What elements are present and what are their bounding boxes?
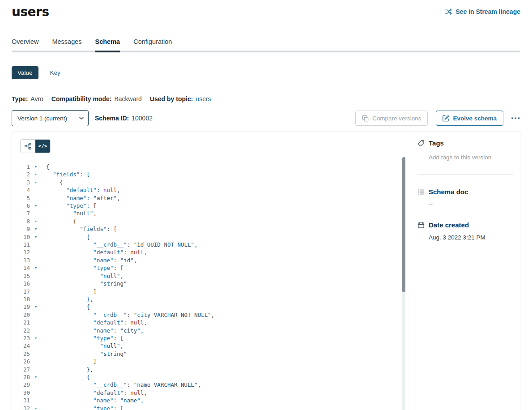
code-line: 19▾ { [12,303,410,311]
fold-spacer [30,389,42,397]
fold-toggle-icon[interactable]: ▾ [30,179,42,186]
code-line: 15 "null", [12,272,410,280]
meta-topic: Used by topic: users [150,95,211,102]
fold-toggle-icon[interactable]: ▾ [30,225,42,233]
fold-toggle-icon[interactable]: ▾ [30,334,42,342]
tab-messages[interactable]: Messages [52,38,81,51]
fold-spacer [30,295,42,303]
code-view-icon: </> [38,143,47,149]
code-line: 13 "name": "id", [12,256,410,264]
line-number: 32 [12,405,30,410]
topic-link[interactable]: users [196,95,211,102]
code-line: 10▾ { [12,233,410,241]
fold-spacer [30,248,42,256]
scrollbar-thumb[interactable] [402,157,405,292]
code-line: 11 "__crdb__": "id UUID NOT NULL", [12,241,410,248]
page-title: users [12,4,49,19]
fold-toggle-icon[interactable]: ▾ [30,373,42,381]
fold-toggle-icon[interactable]: ▾ [30,171,42,178]
code-text: ] [42,358,97,365]
stream-lineage-icon [445,8,452,15]
add-tags-input[interactable] [429,154,514,164]
line-number: 25 [12,350,30,358]
compare-versions-button[interactable]: Compare versions [355,111,428,126]
code-view-button[interactable]: </> [35,140,50,153]
code-line: 6▾ "type": [ [12,202,410,209]
sidebar-divider [417,174,513,175]
key-toggle-button[interactable]: Key [50,69,60,76]
compare-icon [362,115,369,122]
line-number: 28 [12,373,30,381]
topbar: users See in Stream lineage [12,0,520,19]
code-line: 27 }, [12,366,410,373]
version-select-value: Version 1 (current) [17,115,67,122]
code-line: 32▾ "type": [ [12,405,410,410]
evolve-schema-button[interactable]: Evolve schema [436,111,503,126]
code-line: 24 "null", [12,342,410,350]
stream-lineage-label: See in Stream lineage [455,8,520,15]
code-text: { [42,373,90,381]
fold-toggle-icon[interactable]: ▾ [30,264,42,272]
scrollbar-track[interactable] [402,157,405,410]
schema-page: users See in Stream lineage Overview Mes… [0,0,532,410]
chevron-down-icon [79,117,84,120]
code-line: 8▾ { [12,218,410,225]
line-number: 21 [12,319,30,326]
schema-id-label: Schema ID: [95,115,129,122]
fold-toggle-icon[interactable]: ▾ [30,218,42,225]
version-bar: Version 1 (current) Schema ID: 100002 Co… [12,110,520,126]
code-line: 5 "name": "after", [12,194,410,202]
code-line: 12 "default": null, [12,248,410,256]
code-text: "null", [42,272,123,280]
code-text: "string" [42,350,127,358]
code-line: 9▾ "fields": [ [12,225,410,233]
fold-toggle-icon[interactable]: ▾ [30,163,42,171]
schema-content-panel: </> 1▾{2▾ "fields": [3▾ {4 "default": nu… [12,132,520,410]
tags-section-header: Tags [417,139,513,147]
code-line: 3▾ { [12,179,410,186]
fold-toggle-icon[interactable]: ▾ [30,303,42,311]
line-number: 4 [12,186,30,194]
code-line: 17 ] [12,288,410,295]
code-text: ] [42,288,97,295]
line-number: 18 [12,295,30,303]
fold-spacer [30,311,42,319]
line-number: 27 [12,366,30,373]
code-text: "name": "city", [42,327,144,334]
code-text: "string" [42,280,127,287]
line-number: 26 [12,358,30,365]
schema-doc-value: -- [429,201,513,208]
value-toggle-button[interactable]: Value [12,66,38,79]
line-number: 30 [12,389,30,397]
stream-lineage-link[interactable]: See in Stream lineage [445,8,520,15]
tab-schema[interactable]: Schema [95,38,120,51]
code-text: { [42,179,63,186]
code-line: 21 "default": null, [12,319,410,326]
more-options-button[interactable]: ⋯ [511,114,520,123]
line-number: 7 [12,209,30,217]
code-text: "name": "name", [42,397,144,404]
line-number: 10 [12,233,30,241]
fold-spacer [30,397,42,404]
line-number: 14 [12,264,30,272]
schema-doc-icon [417,188,425,196]
tab-configuration[interactable]: Configuration [133,38,172,51]
code-line: 30 "default": null, [12,389,410,397]
line-number: 16 [12,280,30,287]
code-text: "fields": [ [42,225,117,233]
version-select[interactable]: Version 1 (current) [12,110,89,126]
code-text: "null", [42,209,97,217]
tab-overview[interactable]: Overview [12,38,38,51]
fold-spacer [30,241,42,248]
code-line: 7 "null", [12,209,410,217]
code-editor-lines[interactable]: 1▾{2▾ "fields": [3▾ {4 "default": null,5… [12,163,410,410]
tree-view-icon [25,143,31,149]
fold-toggle-icon[interactable]: ▾ [30,405,42,410]
fold-spacer [30,194,42,202]
line-number: 22 [12,327,30,334]
tree-view-button[interactable] [21,140,35,153]
fold-toggle-icon[interactable]: ▾ [30,233,42,241]
fold-toggle-icon[interactable]: ▾ [30,202,42,209]
code-line: 1▾{ [12,163,410,171]
tag-icon [417,140,425,147]
